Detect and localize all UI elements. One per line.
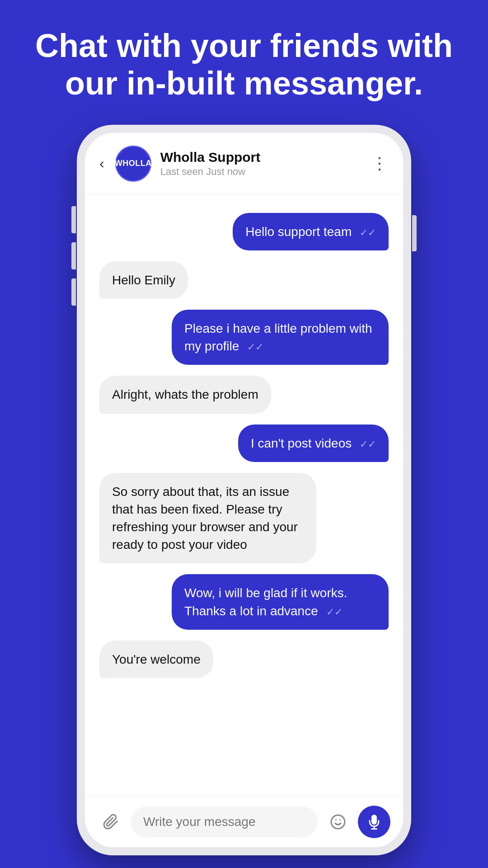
message-bubble-sent: Hello support team ✓✓ <box>233 213 389 250</box>
chat-header: ‹ WHOLLA Wholla Support Last seen Just n… <box>85 133 403 195</box>
message-text: Please i have a little problem with my p… <box>184 321 372 353</box>
side-button-volume-down <box>71 278 76 306</box>
table-row: I can't post videos ✓✓ <box>99 425 389 462</box>
phone-shell: ‹ WHOLLA Wholla Support Last seen Just n… <box>77 125 411 855</box>
svg-point-0 <box>331 815 345 829</box>
side-button-volume-up <box>71 242 76 269</box>
more-options-button[interactable]: ⋮ <box>371 154 389 173</box>
mic-button[interactable] <box>358 806 390 838</box>
table-row: Hello support team ✓✓ <box>99 213 389 250</box>
message-text: So sorry about that, its an issue that h… <box>112 485 298 552</box>
avatar: WHOLLA <box>115 146 151 182</box>
message-text: You're welcome <box>112 652 201 666</box>
table-row: Please i have a little problem with my p… <box>99 310 389 365</box>
contact-name: Wholla Support <box>160 150 371 165</box>
message-input-bar <box>85 796 403 847</box>
message-bubble-sent: Please i have a little problem with my p… <box>172 310 389 365</box>
table-row: So sorry about that, its an issue that h… <box>99 473 389 564</box>
message-text: Alright, whats the problem <box>112 387 258 401</box>
table-row: Wow, i will be glad if it works. Thanks … <box>99 574 389 629</box>
message-text: Wow, i will be glad if it works. Thanks … <box>184 586 347 618</box>
message-bubble-sent: Wow, i will be glad if it works. Thanks … <box>172 574 389 629</box>
message-bubble-received: Hello Emily <box>99 261 188 299</box>
contact-status: Last seen Just now <box>160 166 371 178</box>
read-receipt-icon: ✓✓ <box>360 438 376 452</box>
read-receipt-icon: ✓✓ <box>247 340 263 354</box>
table-row: Alright, whats the problem <box>99 376 389 413</box>
message-bubble-received: So sorry about that, its an issue that h… <box>99 473 316 564</box>
message-text: Hello support team <box>245 225 352 239</box>
message-text: Hello Emily <box>112 273 175 287</box>
phone-screen: ‹ WHOLLA Wholla Support Last seen Just n… <box>85 133 403 847</box>
table-row: You're welcome <box>99 641 389 678</box>
avatar-text: WHOLLA <box>115 159 152 169</box>
message-bubble-received: Alright, whats the problem <box>99 376 271 413</box>
messages-area: Hello support team ✓✓ Hello Emily Please… <box>85 195 403 796</box>
read-receipt-icon: ✓✓ <box>360 226 376 240</box>
message-text: I can't post videos <box>251 436 352 450</box>
back-button[interactable]: ‹ <box>99 155 104 172</box>
table-row: Hello Emily <box>99 261 389 299</box>
read-receipt-icon: ✓✓ <box>326 605 343 619</box>
attach-button[interactable] <box>98 808 123 835</box>
message-input[interactable] <box>131 807 318 837</box>
headline: Chat with your friends with our in-built… <box>8 27 480 102</box>
contact-info: Wholla Support Last seen Just now <box>160 150 371 178</box>
headline-line2: our in-built messanger. <box>65 65 423 101</box>
message-bubble-sent: I can't post videos ✓✓ <box>238 425 389 462</box>
message-bubble-received: You're welcome <box>99 641 213 678</box>
emoji-button[interactable] <box>325 808 351 835</box>
headline-line1: Chat with your friends with <box>35 28 453 64</box>
